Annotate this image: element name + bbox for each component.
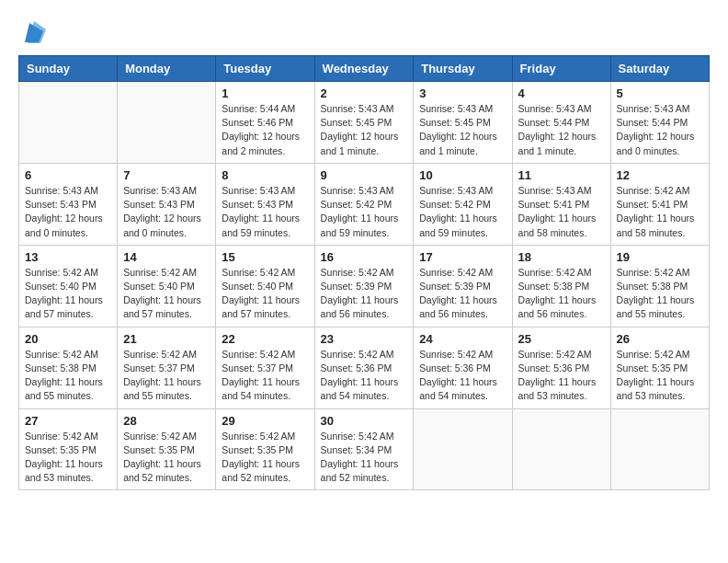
- day-info: Sunrise: 5:43 AM Sunset: 5:43 PM Dayligh…: [123, 184, 210, 240]
- calendar-cell: [118, 82, 216, 164]
- day-number: 21: [123, 332, 210, 346]
- calendar-cell: 28Sunrise: 5:42 AM Sunset: 5:35 PM Dayli…: [118, 408, 216, 490]
- day-info: Sunrise: 5:43 AM Sunset: 5:45 PM Dayligh…: [321, 102, 408, 158]
- calendar-cell: 26Sunrise: 5:42 AM Sunset: 5:35 PM Dayli…: [610, 327, 709, 408]
- calendar-header-saturday: Saturday: [610, 56, 709, 82]
- day-number: 23: [321, 332, 408, 346]
- calendar-cell: 9Sunrise: 5:43 AM Sunset: 5:42 PM Daylig…: [314, 163, 414, 245]
- calendar-cell: 30Sunrise: 5:42 AM Sunset: 5:34 PM Dayli…: [314, 408, 414, 490]
- week-row-2: 6Sunrise: 5:43 AM Sunset: 5:43 PM Daylig…: [19, 163, 710, 245]
- day-info: Sunrise: 5:42 AM Sunset: 5:36 PM Dayligh…: [321, 348, 408, 404]
- day-number: 1: [222, 86, 308, 100]
- week-row-5: 27Sunrise: 5:42 AM Sunset: 5:35 PM Dayli…: [19, 408, 710, 490]
- day-info: Sunrise: 5:42 AM Sunset: 5:35 PM Dayligh…: [222, 430, 308, 486]
- day-info: Sunrise: 5:43 AM Sunset: 5:41 PM Dayligh…: [518, 184, 605, 240]
- calendar-header-tuesday: Tuesday: [216, 56, 314, 82]
- calendar-cell: 1Sunrise: 5:44 AM Sunset: 5:46 PM Daylig…: [216, 82, 314, 164]
- calendar-cell: 24Sunrise: 5:42 AM Sunset: 5:36 PM Dayli…: [414, 327, 512, 408]
- day-number: 2: [321, 86, 408, 100]
- day-number: 27: [25, 414, 111, 428]
- day-number: 11: [518, 168, 605, 182]
- day-number: 15: [222, 250, 308, 264]
- day-number: 7: [123, 168, 210, 182]
- day-number: 8: [222, 168, 308, 182]
- calendar-cell: 15Sunrise: 5:42 AM Sunset: 5:40 PM Dayli…: [216, 245, 314, 327]
- calendar-cell: 17Sunrise: 5:42 AM Sunset: 5:39 PM Dayli…: [414, 245, 512, 327]
- day-number: 24: [419, 332, 506, 346]
- calendar-cell: [19, 82, 118, 164]
- day-number: 19: [617, 250, 703, 264]
- page-header: [18, 18, 710, 46]
- day-info: Sunrise: 5:42 AM Sunset: 5:38 PM Dayligh…: [518, 266, 605, 322]
- calendar-header-row: SundayMondayTuesdayWednesdayThursdayFrid…: [19, 56, 710, 82]
- day-info: Sunrise: 5:42 AM Sunset: 5:35 PM Dayligh…: [617, 348, 703, 404]
- calendar-cell: 18Sunrise: 5:42 AM Sunset: 5:38 PM Dayli…: [512, 245, 610, 327]
- week-row-4: 20Sunrise: 5:42 AM Sunset: 5:38 PM Dayli…: [19, 327, 710, 408]
- day-info: Sunrise: 5:42 AM Sunset: 5:37 PM Dayligh…: [123, 348, 210, 404]
- calendar-cell: 6Sunrise: 5:43 AM Sunset: 5:43 PM Daylig…: [19, 163, 118, 245]
- calendar-header-monday: Monday: [118, 56, 216, 82]
- calendar-cell: 25Sunrise: 5:42 AM Sunset: 5:36 PM Dayli…: [512, 327, 610, 408]
- day-info: Sunrise: 5:42 AM Sunset: 5:40 PM Dayligh…: [25, 266, 111, 322]
- day-number: 10: [419, 168, 506, 182]
- calendar-cell: 20Sunrise: 5:42 AM Sunset: 5:38 PM Dayli…: [19, 327, 118, 408]
- week-row-3: 13Sunrise: 5:42 AM Sunset: 5:40 PM Dayli…: [19, 245, 710, 327]
- calendar-cell: 22Sunrise: 5:42 AM Sunset: 5:37 PM Dayli…: [216, 327, 314, 408]
- calendar-header-thursday: Thursday: [414, 56, 512, 82]
- calendar-cell: 13Sunrise: 5:42 AM Sunset: 5:40 PM Dayli…: [19, 245, 118, 327]
- calendar-cell: [610, 408, 709, 490]
- calendar-cell: 10Sunrise: 5:43 AM Sunset: 5:42 PM Dayli…: [414, 163, 512, 245]
- calendar-header-sunday: Sunday: [19, 56, 118, 82]
- calendar-cell: 4Sunrise: 5:43 AM Sunset: 5:44 PM Daylig…: [512, 82, 610, 164]
- day-number: 28: [123, 414, 210, 428]
- day-info: Sunrise: 5:43 AM Sunset: 5:44 PM Dayligh…: [617, 102, 703, 158]
- day-number: 26: [617, 332, 703, 346]
- day-info: Sunrise: 5:42 AM Sunset: 5:40 PM Dayligh…: [222, 266, 308, 322]
- day-number: 17: [419, 250, 506, 264]
- calendar-cell: [512, 408, 610, 490]
- calendar-header-wednesday: Wednesday: [314, 56, 414, 82]
- day-number: 30: [321, 414, 408, 428]
- day-info: Sunrise: 5:43 AM Sunset: 5:42 PM Dayligh…: [419, 184, 506, 240]
- day-number: 29: [222, 414, 308, 428]
- calendar-cell: [414, 408, 512, 490]
- day-number: 16: [321, 250, 408, 264]
- calendar-cell: 16Sunrise: 5:42 AM Sunset: 5:39 PM Dayli…: [314, 245, 414, 327]
- calendar-cell: 7Sunrise: 5:43 AM Sunset: 5:43 PM Daylig…: [118, 163, 216, 245]
- day-number: 13: [25, 250, 111, 264]
- day-number: 18: [518, 250, 605, 264]
- day-info: Sunrise: 5:42 AM Sunset: 5:35 PM Dayligh…: [25, 430, 111, 486]
- calendar-cell: 3Sunrise: 5:43 AM Sunset: 5:45 PM Daylig…: [414, 82, 512, 164]
- day-number: 3: [419, 86, 506, 100]
- day-number: 22: [222, 332, 308, 346]
- calendar-header-friday: Friday: [512, 56, 610, 82]
- day-info: Sunrise: 5:42 AM Sunset: 5:36 PM Dayligh…: [419, 348, 506, 404]
- calendar-cell: 5Sunrise: 5:43 AM Sunset: 5:44 PM Daylig…: [610, 82, 709, 164]
- calendar-cell: 27Sunrise: 5:42 AM Sunset: 5:35 PM Dayli…: [19, 408, 118, 490]
- day-info: Sunrise: 5:42 AM Sunset: 5:38 PM Dayligh…: [25, 348, 111, 404]
- logo-icon: [20, 18, 48, 46]
- day-info: Sunrise: 5:42 AM Sunset: 5:39 PM Dayligh…: [321, 266, 408, 322]
- day-info: Sunrise: 5:42 AM Sunset: 5:38 PM Dayligh…: [617, 266, 703, 322]
- day-number: 12: [617, 168, 703, 182]
- calendar-cell: 14Sunrise: 5:42 AM Sunset: 5:40 PM Dayli…: [118, 245, 216, 327]
- day-info: Sunrise: 5:42 AM Sunset: 5:35 PM Dayligh…: [123, 430, 210, 486]
- calendar-cell: 23Sunrise: 5:42 AM Sunset: 5:36 PM Dayli…: [314, 327, 414, 408]
- day-info: Sunrise: 5:42 AM Sunset: 5:37 PM Dayligh…: [222, 348, 308, 404]
- calendar-cell: 2Sunrise: 5:43 AM Sunset: 5:45 PM Daylig…: [314, 82, 414, 164]
- day-number: 4: [518, 86, 605, 100]
- day-info: Sunrise: 5:43 AM Sunset: 5:45 PM Dayligh…: [419, 102, 506, 158]
- day-info: Sunrise: 5:42 AM Sunset: 5:36 PM Dayligh…: [518, 348, 605, 404]
- day-number: 14: [123, 250, 210, 264]
- logo: [18, 18, 48, 46]
- day-info: Sunrise: 5:42 AM Sunset: 5:34 PM Dayligh…: [321, 430, 408, 486]
- calendar-cell: 19Sunrise: 5:42 AM Sunset: 5:38 PM Dayli…: [610, 245, 709, 327]
- day-info: Sunrise: 5:43 AM Sunset: 5:42 PM Dayligh…: [321, 184, 408, 240]
- day-number: 20: [25, 332, 111, 346]
- day-number: 5: [617, 86, 703, 100]
- calendar-cell: 11Sunrise: 5:43 AM Sunset: 5:41 PM Dayli…: [512, 163, 610, 245]
- calendar-cell: 21Sunrise: 5:42 AM Sunset: 5:37 PM Dayli…: [118, 327, 216, 408]
- day-info: Sunrise: 5:42 AM Sunset: 5:39 PM Dayligh…: [419, 266, 506, 322]
- calendar-cell: 8Sunrise: 5:43 AM Sunset: 5:43 PM Daylig…: [216, 163, 314, 245]
- calendar-cell: 12Sunrise: 5:42 AM Sunset: 5:41 PM Dayli…: [610, 163, 709, 245]
